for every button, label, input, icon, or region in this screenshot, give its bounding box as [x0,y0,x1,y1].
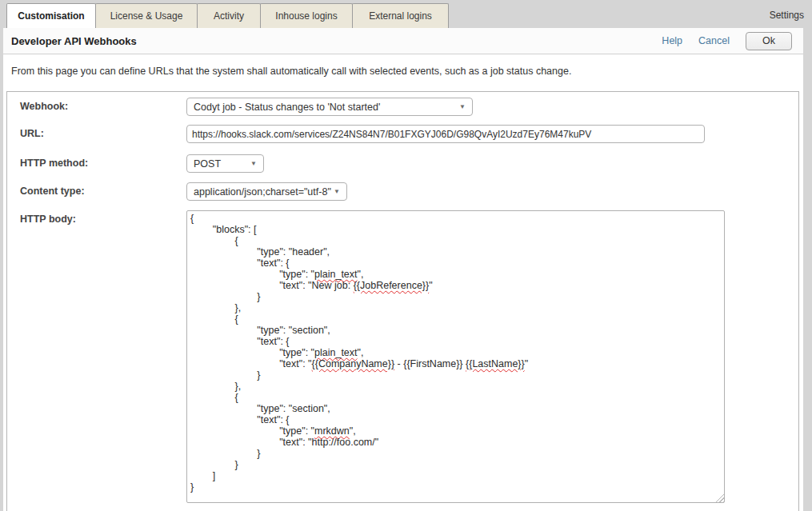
http-body-textarea[interactable]: { "blocks": [ { "type": "header", "text"… [186,210,725,503]
webhook-select[interactable]: Codyt job - Status changes to 'Not start… [186,98,473,116]
http-method-select[interactable]: POST ▼ [186,154,264,173]
ok-button[interactable]: Ok [746,32,792,50]
url-input[interactable] [186,125,705,143]
tab-license-usage[interactable]: License & Usage [95,3,198,28]
tab-bar: Customisation License & Usage Activity I… [0,0,812,28]
http-body-label: HTTP body: [20,210,76,229]
webhook-form-panel: Webhook: Codyt job - Status changes to '… [6,91,799,511]
http-method-select-value: POST [194,158,221,170]
settings-label: Settings [770,10,804,21]
http-method-label: HTTP method: [20,154,88,173]
webhook-select-value: Codyt job - Status changes to 'Not start… [194,102,380,113]
tab-activity[interactable]: Activity [197,3,261,28]
cancel-link[interactable]: Cancel [698,35,730,46]
content-type-select-value: application/json;charset="utf-8" [194,186,331,198]
tab-customisation[interactable]: Customisation [6,3,96,28]
page-title: Developer API Webhooks [11,35,662,47]
dropdown-arrow-icon: ▼ [334,188,340,195]
dropdown-arrow-icon: ▼ [250,160,257,167]
settings-window: Customisation License & Usage Activity I… [0,0,812,511]
tab-inhouse-logins[interactable]: Inhouse logins [260,3,353,28]
url-label: URL: [20,125,44,143]
webhook-label: Webhook: [20,98,68,116]
tab-external-logins[interactable]: External logins [352,3,449,28]
content-type-label: Content type: [20,182,85,201]
dropdown-arrow-icon: ▼ [459,103,466,110]
header-actions: Help Cancel Ok [662,32,795,50]
main-panel: Developer API Webhooks Help Cancel Ok Fr… [3,28,803,511]
content-type-select[interactable]: application/json;charset="utf-8" ▼ [186,182,347,201]
page-description: From this page you can define URLs that … [11,66,803,77]
help-link[interactable]: Help [662,35,682,46]
header-bar: Developer API Webhooks Help Cancel Ok [3,28,803,54]
